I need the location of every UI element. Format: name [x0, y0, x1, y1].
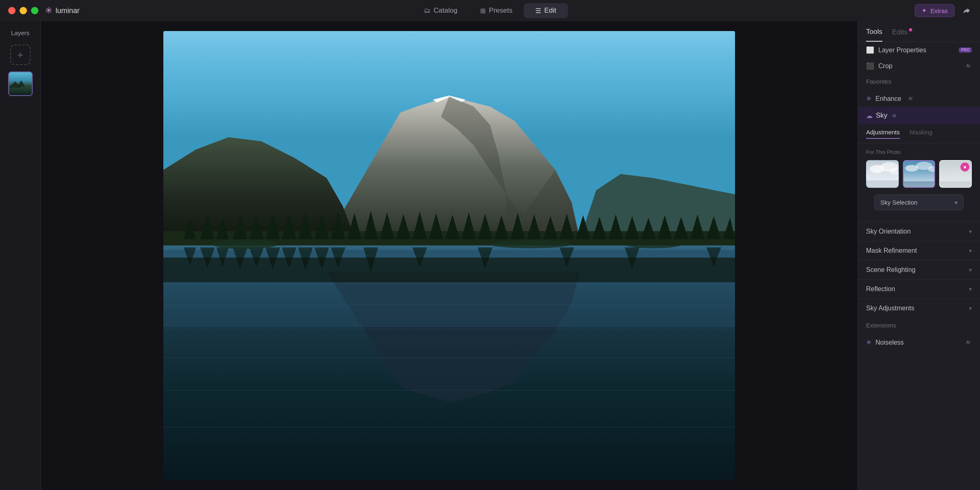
crop-item[interactable]: ⬛ Crop AI: [858, 58, 980, 74]
canvas-area[interactable]: [41, 21, 858, 490]
extras-button[interactable]: ✦ Extras: [915, 4, 955, 17]
noiseless-ai-badge: AI: [965, 340, 972, 345]
pro-badge: PRO: [959, 47, 972, 53]
svg-point-74: [212, 239, 278, 249]
titlebar-right: ✦ Extras: [915, 4, 970, 17]
favorites-section: Favorites: [858, 74, 980, 91]
tab-presets[interactable]: ⊞ Presets: [469, 3, 524, 18]
maximize-button[interactable]: [31, 7, 38, 14]
reflection-row[interactable]: Reflection ▾: [858, 279, 980, 298]
mask-refinement-row[interactable]: Mask Refinement ▾: [858, 241, 980, 260]
enhance-item[interactable]: ✳ Enhance AI: [858, 91, 980, 107]
sky-orientation-chevron: ▾: [969, 228, 972, 235]
add-icon: +: [17, 49, 23, 61]
tab-edits[interactable]: Edits: [892, 28, 913, 41]
crop-icon: ⬛: [866, 62, 874, 70]
sky-orientation-row[interactable]: Sky Orientation ▾: [858, 222, 980, 241]
featured-star-badge: ★: [960, 163, 969, 172]
app-logo: ✳ luminar: [45, 5, 80, 16]
edits-label: Edits: [892, 28, 908, 36]
left-sidebar: Layers +: [0, 21, 41, 490]
tab-edit[interactable]: ☰ Edit: [524, 3, 568, 18]
tab-catalog[interactable]: 🗂 Catalog: [412, 3, 469, 18]
minimize-button[interactable]: [20, 7, 27, 14]
enhance-label: Enhance: [875, 95, 901, 102]
sky-cloud-icon: ☁: [866, 112, 873, 120]
sky-selection-chevron: ▾: [955, 199, 958, 206]
main-content: Layers +: [0, 21, 980, 490]
photo-svg: [163, 31, 735, 480]
add-layer-button[interactable]: +: [10, 45, 31, 65]
sky-thumb-2[interactable]: [903, 160, 935, 188]
mask-refinement-chevron: ▾: [969, 247, 972, 254]
layer-properties-icon: ⬜: [866, 46, 874, 54]
catalog-icon: 🗂: [424, 7, 430, 14]
svg-rect-57: [163, 258, 735, 282]
subtab-masking[interactable]: Masking: [910, 129, 933, 139]
right-panel: Tools Edits ⬜ Layer Properties PRO ⬛ Cro…: [858, 21, 980, 490]
favorites-label: Favorites: [866, 78, 972, 85]
noiseless-icon: ✳: [866, 339, 871, 346]
layer-thumbnail[interactable]: [8, 71, 33, 96]
panel-tabs: Tools Edits: [858, 21, 980, 42]
tab-catalog-label: Catalog: [434, 7, 458, 15]
layers-label: Layers: [11, 29, 29, 36]
sky-orientation-label: Sky Orientation: [866, 228, 911, 235]
svg-rect-81: [867, 180, 899, 187]
sky-ai-badge: AI: [891, 113, 898, 118]
extensions-section: Extensions: [858, 318, 980, 334]
sky-thumb-3[interactable]: ★: [939, 160, 972, 188]
sky-adjustments-label: Sky Adjustments: [866, 305, 914, 312]
sky-selection-dropdown[interactable]: Sky Selection ▾: [874, 194, 964, 210]
svg-point-76: [625, 240, 682, 248]
extras-icon: ✦: [922, 7, 927, 14]
close-button[interactable]: [8, 7, 16, 14]
sky-subtabs: Adjustments Masking: [858, 125, 980, 143]
layer-properties-left: ⬜ Layer Properties: [866, 46, 926, 54]
tab-tools[interactable]: Tools: [866, 28, 882, 42]
subtab-adjustments[interactable]: Adjustments: [866, 129, 900, 139]
app-name: luminar: [56, 7, 80, 15]
layer-thumb-inner: [9, 72, 32, 95]
scene-relighting-label: Scene Relighting: [866, 266, 915, 274]
subtab-adjustments-label: Adjustments: [866, 129, 900, 136]
svg-point-75: [490, 240, 572, 248]
scene-relighting-chevron: ▾: [969, 267, 972, 273]
photo-container: [163, 31, 735, 480]
layer-properties-item[interactable]: ⬜ Layer Properties PRO: [858, 42, 980, 58]
scene-relighting-row[interactable]: Scene Relighting ▾: [858, 260, 980, 279]
mask-refinement-label: Mask Refinement: [866, 247, 917, 254]
edit-icon: ☰: [535, 7, 541, 15]
layer-properties-label: Layer Properties: [878, 47, 926, 54]
tab-edit-label: Edit: [544, 7, 556, 15]
noiseless-label: Noiseless: [875, 339, 904, 346]
svg-rect-88: [940, 181, 972, 187]
sky-thumbnails: ★: [866, 160, 972, 188]
reflection-label: Reflection: [866, 285, 895, 293]
sky-header[interactable]: ☁ Sky AI: [858, 107, 980, 125]
extras-label: Extras: [930, 7, 948, 14]
extensions-label: Extensions: [866, 322, 972, 329]
enhance-ai-badge: AI: [907, 96, 914, 101]
sky-title: Sky: [876, 111, 887, 120]
luminar-icon: ✳: [45, 5, 52, 16]
titlebar: ✳ luminar 🗂 Catalog ⊞ Presets ☰ Edit ✦ E…: [0, 0, 980, 21]
for-this-photo-label: For This Photo: [866, 149, 972, 155]
nav-tabs: 🗂 Catalog ⊞ Presets ☰ Edit: [412, 3, 568, 18]
sky-thumb-1[interactable]: [866, 160, 899, 188]
tools-label: Tools: [866, 28, 882, 36]
share-icon[interactable]: [961, 6, 970, 15]
sky-adjustments-row[interactable]: Sky Adjustments ▾: [858, 298, 980, 318]
edits-dot: [909, 28, 912, 31]
crop-ai-badge: AI: [965, 63, 972, 69]
noiseless-item[interactable]: ✳ Noiseless AI: [858, 334, 980, 350]
crop-label: Crop: [878, 62, 893, 70]
presets-icon: ⊞: [480, 7, 486, 15]
sky-adjustments-chevron: ▾: [969, 305, 972, 312]
tab-presets-label: Presets: [489, 7, 512, 15]
subtab-masking-label: Masking: [910, 129, 933, 136]
sky-selection-label: Sky Selection: [880, 199, 918, 206]
svg-rect-86: [904, 181, 935, 187]
for-this-photo: For This Photo: [858, 143, 980, 222]
traffic-lights: [8, 7, 38, 14]
